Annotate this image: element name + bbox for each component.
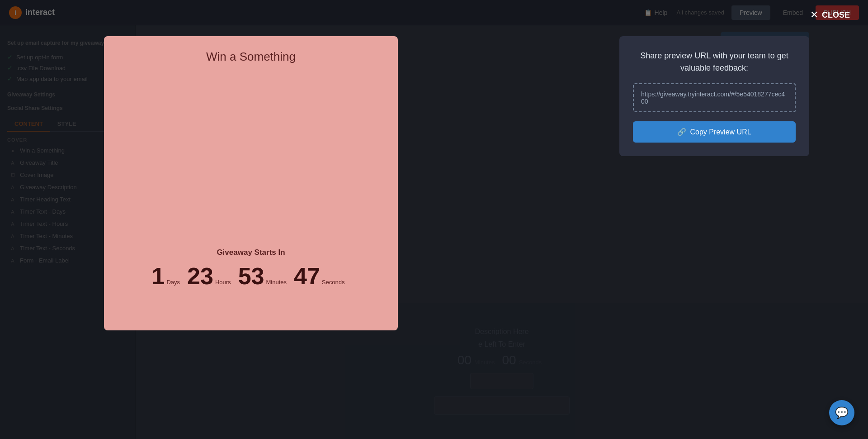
preview-giveaway-title: Win a Something [206,50,296,64]
copy-preview-url-button[interactable]: 🔗 Copy Preview URL [633,121,796,143]
close-button[interactable]: ✕ CLOSE [810,9,850,21]
preview-modal: Win a Something Giveaway Starts In 1 Day… [104,36,398,330]
countdown-row: 1 Days 23 Hours 53 Minutes 47 Seconds [152,262,350,290]
preview-url-display: https://giveaway.tryinteract.com/#/5e540… [633,83,796,112]
chat-widget[interactable]: 💬 [829,400,854,425]
seconds-unit: Seconds [322,279,345,286]
chat-icon: 💬 [835,406,849,419]
hours-number: 23 [187,262,213,290]
close-x-icon: ✕ [810,9,818,21]
countdown-container: Giveaway Starts In 1 Days 23 Hours 53 Mi… [152,248,350,290]
minutes-unit: Minutes [266,279,287,286]
minutes-number: 53 [238,262,264,290]
share-panel-title: Share preview URL with your team to get … [633,50,796,74]
days-unit: Days [166,279,180,286]
copy-button-label: Copy Preview URL [690,128,751,136]
seconds-number: 47 [294,262,320,290]
days-number: 1 [152,262,165,290]
share-panel: Share preview URL with your team to get … [619,36,809,156]
hours-unit: Hours [215,279,231,286]
countdown-label: Giveaway Starts In [152,248,350,257]
close-label: CLOSE [822,10,850,20]
copy-icon: 🔗 [677,128,686,136]
